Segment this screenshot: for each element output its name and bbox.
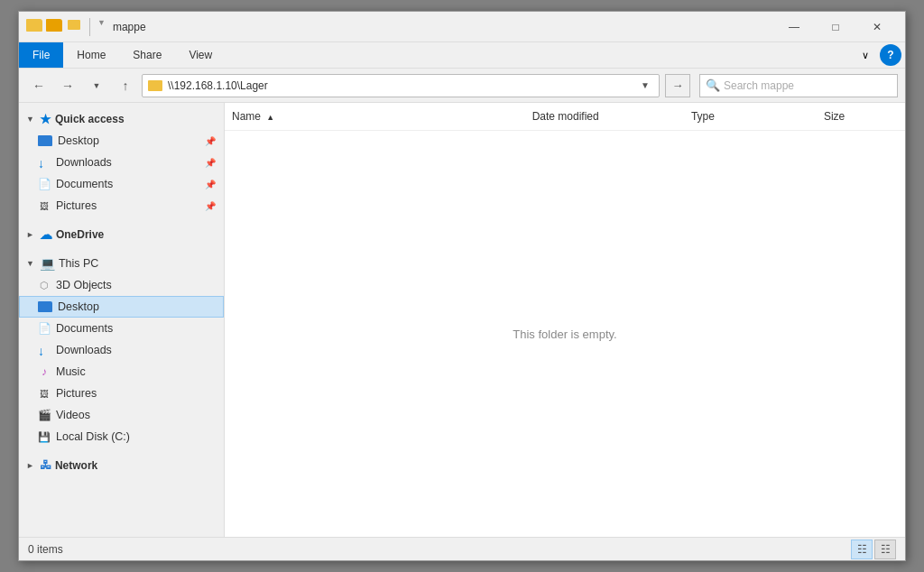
downloads-label-qa: Downloads — [56, 156, 112, 169]
sidebar-section-thispc[interactable]: ▼ 💻 This PC — [19, 253, 224, 274]
network-expand-arrow: ► — [26, 461, 34, 470]
sidebar-section-network[interactable]: ► 🖧 Network — [19, 455, 224, 475]
sidebar-section-onedrive[interactable]: ► ☁ OneDrive — [19, 224, 224, 245]
tab-view[interactable]: View — [175, 42, 226, 68]
onedrive-cloud-icon: ☁ — [40, 227, 52, 242]
pictures-label-pc: Pictures — [56, 387, 97, 400]
empty-folder-message: This folder is empty. — [513, 328, 616, 341]
thispc-expand-arrow: ▼ — [26, 259, 34, 268]
desktop-label-qa: Desktop — [58, 134, 99, 147]
content-body: This folder is empty. — [225, 131, 905, 537]
sidebar-section-quickaccess[interactable]: ▼ ★ Quick access — [19, 108, 224, 130]
address-dropdown-arrow[interactable]: ▼ — [637, 80, 653, 90]
tab-share[interactable]: Share — [119, 42, 175, 68]
ribbon-right: ∨ ? — [855, 42, 905, 68]
column-headers: Name ▲ Date modified Type Size — [225, 103, 905, 131]
folder-icon-3 — [66, 18, 82, 32]
large-icons-view-button[interactable]: ☷ — [874, 540, 896, 559]
forward-button[interactable]: → — [55, 73, 80, 98]
up-button[interactable]: ↑ — [113, 73, 138, 98]
window-controls: — □ ✕ — [773, 12, 898, 42]
3dobjects-icon: ⬡ — [38, 279, 51, 291]
column-header-size[interactable]: Size — [817, 106, 905, 126]
explorer-window: ▼ mappe — □ ✕ File Home Share View ∨ ? ←… — [18, 11, 906, 561]
close-button[interactable]: ✕ — [856, 12, 898, 42]
pictures-icon-qa: 🖼 — [38, 199, 51, 212]
desktop-pin-icon: 📌 — [205, 136, 216, 146]
desktop-label-pc: Desktop — [58, 300, 99, 313]
thispc-computer-icon: 💻 — [40, 256, 55, 271]
sidebar-item-pictures-qa[interactable]: 🖼 Pictures 📌 — [19, 195, 224, 217]
downloads-label-pc: Downloads — [56, 344, 112, 356]
quickaccess-label: Quick access — [55, 113, 125, 125]
view-controls: ☷ ☷ — [851, 540, 896, 559]
documents-label-pc: Documents — [56, 322, 113, 335]
music-label: Music — [56, 365, 86, 378]
thispc-label: This PC — [59, 257, 98, 270]
navigation-bar: ← → ▼ ↑ \\192.168.1.10\Lager ▼ → 🔍 Searc… — [19, 69, 905, 103]
column-date-label: Date modified — [532, 110, 599, 123]
tab-file[interactable]: File — [19, 42, 63, 68]
window-title: mappe — [113, 21, 773, 33]
pictures-icon-pc: 🖼 — [38, 387, 51, 400]
sidebar-item-downloads-qa[interactable]: Downloads 📌 — [19, 152, 224, 173]
go-button[interactable]: → — [665, 74, 690, 97]
sidebar: ▼ ★ Quick access Desktop 📌 Downloads 📌 📄… — [19, 103, 225, 537]
recent-locations-button[interactable]: ▼ — [84, 73, 109, 98]
titlebar-icons: ▼ — [26, 18, 106, 36]
localdisk-icon: 💾 — [38, 430, 51, 443]
documents-icon-qa: 📄 — [38, 178, 51, 190]
sidebar-item-documents-qa[interactable]: 📄 Documents 📌 — [19, 173, 224, 195]
pictures-label-qa: Pictures — [56, 199, 97, 212]
desktop-folder-icon — [38, 135, 52, 146]
folder-icon-1 — [26, 18, 42, 32]
sidebar-item-3dobjects[interactable]: ⬡ 3D Objects — [19, 274, 224, 296]
statusbar: 0 items ☷ ☷ — [19, 537, 905, 560]
sidebar-item-localdisk[interactable]: 💾 Local Disk (C:) — [19, 426, 224, 447]
music-icon: ♪ — [38, 365, 51, 378]
downloads-pin-icon: 📌 — [205, 158, 216, 168]
pictures-pin-icon: 📌 — [205, 201, 216, 211]
videos-icon: 🎬 — [38, 409, 51, 421]
search-icon: 🔍 — [706, 78, 720, 92]
address-bar[interactable]: \\192.168.1.10\Lager ▼ — [142, 74, 660, 97]
column-name-label: Name — [232, 110, 261, 123]
maximize-button[interactable]: □ — [815, 12, 856, 42]
ribbon-collapse-button[interactable]: ∨ — [855, 44, 876, 66]
onedrive-label: OneDrive — [56, 228, 104, 241]
sidebar-item-desktop-qa[interactable]: Desktop 📌 — [19, 130, 224, 152]
sidebar-item-documents-pc[interactable]: 📄 Documents — [19, 318, 224, 339]
quickaccess-star-icon: ★ — [40, 112, 51, 126]
column-size-label: Size — [824, 110, 845, 123]
documents-icon-pc: 📄 — [38, 322, 51, 335]
column-header-date[interactable]: Date modified — [525, 106, 684, 126]
back-button[interactable]: ← — [26, 73, 51, 98]
titlebar: ▼ mappe — □ ✕ — [19, 12, 905, 42]
onedrive-expand-arrow: ► — [26, 230, 34, 239]
folder-icon-2 — [46, 18, 62, 32]
quick-access-arrow: ▼ — [97, 18, 106, 36]
column-type-label: Type — [691, 110, 715, 123]
documents-pin-icon: 📌 — [205, 180, 216, 189]
column-header-name[interactable]: Name ▲ — [225, 106, 525, 126]
videos-label: Videos — [56, 409, 90, 421]
search-placeholder: Search mappe — [724, 79, 794, 92]
main-area: ▼ ★ Quick access Desktop 📌 Downloads 📌 📄… — [19, 103, 905, 537]
sidebar-item-downloads-pc[interactable]: Downloads — [19, 339, 224, 361]
sidebar-item-music[interactable]: ♪ Music — [19, 361, 224, 383]
column-header-type[interactable]: Type — [684, 106, 817, 126]
tab-home[interactable]: Home — [63, 42, 119, 68]
documents-label-qa: Documents — [56, 178, 113, 190]
help-button[interactable]: ? — [880, 44, 901, 66]
address-text: \\192.168.1.10\Lager — [168, 79, 637, 92]
network-label: Network — [55, 459, 97, 472]
search-bar[interactable]: 🔍 Search mappe — [699, 74, 898, 97]
minimize-button[interactable]: — — [773, 12, 815, 42]
sidebar-item-videos[interactable]: 🎬 Videos — [19, 404, 224, 426]
3dobjects-label: 3D Objects — [56, 279, 112, 291]
ribbon-tabs: File Home Share View ∨ ? — [19, 42, 905, 68]
ribbon: File Home Share View ∨ ? — [19, 42, 905, 69]
details-view-button[interactable]: ☷ — [851, 540, 873, 559]
sidebar-item-desktop-pc[interactable]: Desktop — [19, 296, 224, 318]
sidebar-item-pictures-pc[interactable]: 🖼 Pictures — [19, 383, 224, 404]
